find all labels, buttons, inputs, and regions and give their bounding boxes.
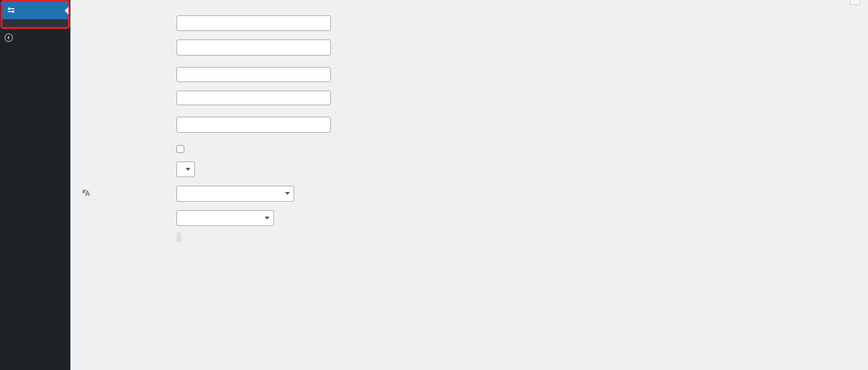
site-language-select[interactable] xyxy=(176,186,294,201)
tagline-input[interactable] xyxy=(176,40,331,55)
wp-url-input[interactable] xyxy=(176,67,331,82)
label-site-language xyxy=(80,186,176,197)
collapse-menu-button[interactable] xyxy=(0,29,70,46)
help-tab[interactable] xyxy=(850,0,860,5)
highlight-box xyxy=(0,0,70,29)
timezone-select[interactable] xyxy=(176,210,274,226)
membership-checkbox[interactable] xyxy=(176,145,184,153)
site-url-input[interactable] xyxy=(176,91,331,106)
admin-email-input[interactable] xyxy=(176,117,331,132)
universal-time xyxy=(176,233,858,242)
translate-icon xyxy=(82,189,91,197)
label-site-url xyxy=(80,91,176,94)
label-tagline xyxy=(80,40,176,42)
sidebar-item-settings[interactable] xyxy=(2,2,68,19)
default-role-select[interactable] xyxy=(176,162,195,177)
label-admin-email xyxy=(80,117,176,120)
label-site-title xyxy=(80,15,176,18)
collapse-icon xyxy=(4,33,14,42)
admin-sidebar xyxy=(0,0,70,370)
sliders-icon xyxy=(6,6,16,15)
settings-submenu xyxy=(2,19,68,27)
label-wp-url xyxy=(80,67,176,70)
site-title-input[interactable] xyxy=(176,15,331,31)
label-timezone xyxy=(80,210,176,213)
label-default-role xyxy=(80,162,176,164)
content-area xyxy=(70,0,868,370)
label-membership xyxy=(80,144,176,147)
